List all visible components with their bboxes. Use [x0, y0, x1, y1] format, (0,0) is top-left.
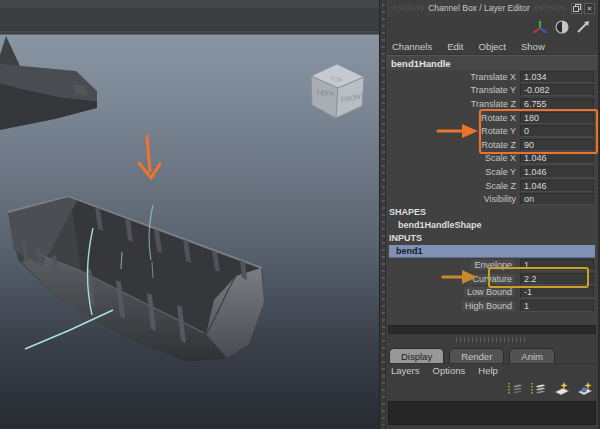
channel-label[interactable]: Translate Y [386, 85, 520, 95]
scene-top-beam [0, 0, 379, 34]
channel-row: Envelope 1 [386, 258, 598, 272]
channel-row: Low Bound -1 [386, 286, 598, 300]
layer-editor-tabs: Display Render Anim [386, 346, 598, 363]
panel-title: Channel Box / Layer Editor [428, 3, 530, 13]
channel-box-toolbar [386, 16, 598, 38]
channel-row: Scale Z 1.046 [386, 179, 598, 193]
shapes-section-header[interactable]: SHAPES [386, 206, 598, 219]
channel-value-field[interactable]: -1 [520, 286, 594, 298]
panel-title-bar[interactable]: Channel Box / Layer Editor ✕ [386, 0, 598, 16]
channel-value-field[interactable]: 1 [520, 259, 594, 271]
layer-editor-tab[interactable]: Render [449, 348, 504, 363]
channel-label[interactable]: Visibility [386, 194, 520, 204]
menu-item[interactable]: Help [478, 365, 498, 376]
hyperbolic-arrow-icon[interactable] [576, 20, 590, 34]
channel-value-field[interactable]: 6.755 [520, 98, 594, 110]
channel-row: Visibility on [386, 192, 598, 206]
channel-label[interactable]: High Bound [386, 300, 520, 312]
panel-splitter[interactable] [386, 334, 598, 346]
maya-window: TOP LEFT FRONT Channel Box / Layer Edito… [0, 0, 600, 429]
channel-value-field[interactable]: on [520, 193, 594, 205]
layer-editor-toolbar [386, 378, 598, 400]
channel-value-field[interactable]: 2.2 [520, 273, 594, 285]
channel-row: Rotate X 180 [386, 111, 598, 125]
channel-row: High Bound 1 [386, 299, 598, 313]
channel-box-panel: Channel Box / Layer Editor ✕ [386, 0, 600, 429]
new-layer-assign-icon[interactable] [576, 381, 593, 397]
channel-label[interactable]: Scale Z [386, 181, 520, 191]
node-name-header[interactable]: bend1Handle [386, 55, 598, 70]
transform-channels: Translate X 1.034 Translate Y -0.082 Tra… [386, 70, 598, 206]
channel-value-field[interactable]: 1.046 [520, 166, 594, 178]
viewport-3d[interactable]: TOP LEFT FRONT [0, 0, 379, 429]
channel-row: Translate X 1.034 [386, 70, 598, 84]
layers-mode-icon[interactable] [507, 381, 524, 397]
manipulator-axis-icon[interactable] [532, 20, 548, 35]
layers-order-icon[interactable] [530, 381, 547, 397]
menu-item[interactable]: Edit [447, 41, 463, 52]
channel-value-field[interactable]: 180 [520, 112, 594, 124]
channel-label[interactable]: Rotate Y [386, 126, 520, 136]
inputs-section-header[interactable]: INPUTS [386, 232, 598, 245]
channel-row: Translate Z 6.755 [386, 97, 598, 111]
channel-label[interactable]: Rotate Z [386, 140, 520, 150]
channel-box: bend1Handle Translate X 1.034 Translate … [386, 55, 598, 334]
close-button[interactable]: ✕ [584, 3, 595, 14]
channel-row: Translate Y -0.082 [386, 84, 598, 98]
scene-canvas: TOP LEFT FRONT [0, 0, 379, 429]
undock-icon [573, 4, 581, 12]
selected-input-row[interactable]: bend1 [389, 245, 595, 259]
menu-item[interactable]: Layers [391, 365, 420, 376]
channel-label[interactable]: Rotate X [386, 113, 520, 123]
channel-value-field[interactable]: 1 [520, 300, 594, 312]
layer-editor-menubar: Layers Options Help [386, 363, 598, 378]
channel-row: Scale Y 1.046 [386, 165, 598, 179]
undock-button[interactable] [571, 3, 582, 14]
channel-row: Rotate Z 90 [386, 138, 598, 152]
speed-ramp-icon[interactable] [555, 20, 569, 34]
channel-value-field[interactable]: 90 [520, 139, 594, 151]
layer-editor-tab[interactable]: Display [389, 348, 444, 363]
channel-value-field[interactable]: 1.046 [520, 180, 594, 192]
input-channels: Envelope 1 Curvature 2.2 Low Bound -1 [386, 258, 598, 312]
layer-editor-tab[interactable]: Anim [509, 348, 555, 363]
close-icon: ✕ [587, 5, 593, 12]
channel-label[interactable]: Scale X [386, 153, 520, 163]
channel-row: Rotate Y 0 [386, 124, 598, 138]
menu-item[interactable]: Options [433, 365, 466, 376]
menu-item[interactable]: Object [479, 41, 506, 52]
channel-label[interactable]: Translate Z [386, 99, 520, 109]
channel-label[interactable]: Low Bound [386, 286, 520, 298]
channel-label[interactable]: Translate X [386, 72, 520, 82]
title-hatch-right [534, 5, 565, 11]
layer-list[interactable] [388, 401, 596, 425]
channel-value-field[interactable]: -0.082 [520, 84, 594, 96]
channel-box-menubar: Channels Edit Object Show [386, 38, 598, 55]
channel-value-field[interactable]: 1.034 [520, 71, 594, 83]
channel-row: Scale X 1.046 [386, 152, 598, 166]
menu-item[interactable]: Show [521, 41, 545, 52]
channel-label[interactable]: Envelope [386, 259, 520, 271]
channel-value-field[interactable]: 1.046 [520, 152, 594, 164]
channel-label[interactable]: Curvature [386, 273, 520, 285]
new-empty-layer-icon[interactable] [553, 381, 570, 397]
channel-box-footer [388, 325, 596, 334]
shape-node-row[interactable]: bend1HandleShape [386, 219, 598, 232]
channel-row: Curvature 2.2 [386, 272, 598, 286]
channel-label[interactable]: Scale Y [386, 167, 520, 177]
title-hatch-left [393, 5, 424, 11]
channel-value-field[interactable]: 0 [520, 125, 594, 137]
menu-item[interactable]: Channels [392, 41, 432, 52]
panel-resize-gripper[interactable] [379, 0, 386, 429]
